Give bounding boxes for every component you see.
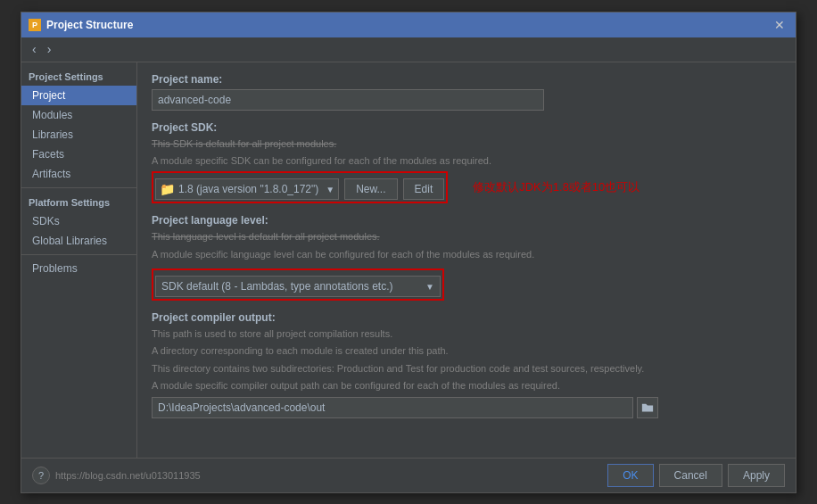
project-structure-dialog: P Project Structure ✕ ‹ › Project Settin… [21, 12, 796, 493]
sidebar-item-facets[interactable]: Facets [21, 145, 136, 164]
output-path-row [152, 397, 781, 418]
lang-row: SDK default (8 - Lambdas, type annotatio… [155, 276, 441, 297]
compiler-desc3: This directory contains two subdirectori… [152, 362, 781, 376]
sidebar-item-artifacts[interactable]: Artifacts [21, 164, 136, 184]
project-language-level-group: Project language level: This language le… [152, 214, 781, 301]
sdk-row: 📁 1.8 (java version "1.8.0_172") ▼ New..… [155, 178, 444, 200]
project-compiler-output-label: Project compiler output: [152, 311, 781, 324]
nav-divider-2 [21, 254, 136, 255]
folder-icon: 📁 [160, 182, 175, 196]
main-body: Project Settings Project Modules Librari… [21, 62, 796, 458]
lang-desc-normal: A module specific language level can be … [152, 248, 781, 261]
sdk-dropdown[interactable]: 📁 1.8 (java version "1.8.0_172") ▼ [155, 178, 339, 200]
folder-browse-icon [641, 402, 654, 413]
sidebar: Project Settings Project Modules Librari… [21, 62, 137, 458]
project-name-label: Project name: [152, 73, 781, 86]
dialog-title: Project Structure [46, 19, 133, 31]
sidebar-item-problems[interactable]: Problems [21, 259, 136, 278]
sdk-selected-value: 1.8 (java version "1.8.0_172") [178, 183, 318, 195]
compiler-output-path-input[interactable] [152, 397, 633, 418]
footer-url: https://blog.csdn.net/u013011935 [55, 470, 602, 481]
back-button[interactable]: ‹ [29, 41, 40, 57]
compiler-desc2: A directory corresponding to each module… [152, 344, 781, 358]
browse-folder-button[interactable] [637, 397, 658, 418]
title-bar: P Project Structure ✕ [21, 12, 796, 37]
sdk-annotation: 修改默认JDK为1.8或者10也可以 [473, 179, 640, 195]
ok-button[interactable]: OK [607, 464, 653, 487]
cancel-button[interactable]: Cancel [659, 464, 722, 487]
lang-dropdown-arrow: ▼ [425, 282, 434, 292]
sdk-selector-box: 📁 1.8 (java version "1.8.0_172") ▼ New..… [152, 171, 448, 203]
project-name-group: Project name: [152, 73, 781, 111]
sdk-desc-strikethrough: This SDK is default for all project modu… [152, 137, 781, 151]
sdk-desc-normal: A module specific SDK can be configured … [152, 154, 781, 168]
compiler-desc1: This path is used to store all project c… [152, 327, 781, 341]
sdk-edit-button[interactable]: Edit [403, 178, 445, 200]
sdk-new-button[interactable]: New... [344, 178, 397, 200]
close-button[interactable]: ✕ [771, 19, 788, 31]
project-settings-header: Project Settings [21, 66, 136, 86]
sdk-dropdown-arrow: ▼ [326, 185, 334, 194]
title-bar-left: P Project Structure [29, 19, 133, 31]
compiler-desc4: A module specific compiler output path c… [152, 379, 781, 392]
forward-button[interactable]: › [44, 41, 55, 57]
lang-selected-value: SDK default (8 - Lambdas, type annotatio… [161, 280, 392, 293]
toolbar: ‹ › [21, 37, 796, 62]
project-compiler-output-group: Project compiler output: This path is us… [152, 311, 781, 418]
sidebar-item-sdks[interactable]: SDKs [21, 211, 136, 231]
apply-button[interactable]: Apply [728, 464, 785, 487]
platform-settings-header: Platform Settings [21, 192, 136, 211]
project-sdk-label: Project SDK: [152, 121, 781, 134]
sidebar-item-global-libraries[interactable]: Global Libraries [21, 231, 136, 251]
project-sdk-group: Project SDK: This SDK is default for all… [152, 121, 781, 204]
lang-selector-box: SDK default (8 - Lambdas, type annotatio… [152, 269, 444, 301]
sidebar-item-libraries[interactable]: Libraries [21, 125, 136, 145]
footer: ? https://blog.csdn.net/u013011935 OK Ca… [21, 458, 796, 492]
help-button[interactable]: ? [32, 467, 50, 484]
project-name-input[interactable] [152, 89, 544, 111]
dialog-icon: P [29, 19, 41, 31]
sidebar-item-modules[interactable]: Modules [21, 105, 136, 125]
lang-dropdown[interactable]: SDK default (8 - Lambdas, type annotatio… [155, 276, 441, 297]
content-area: Project name: Project SDK: This SDK is d… [137, 62, 796, 458]
lang-desc-strikethrough: This language level is default for all p… [152, 230, 781, 244]
project-language-level-label: Project language level: [152, 214, 781, 227]
sidebar-item-project[interactable]: Project [21, 86, 136, 105]
nav-divider-1 [21, 187, 136, 188]
